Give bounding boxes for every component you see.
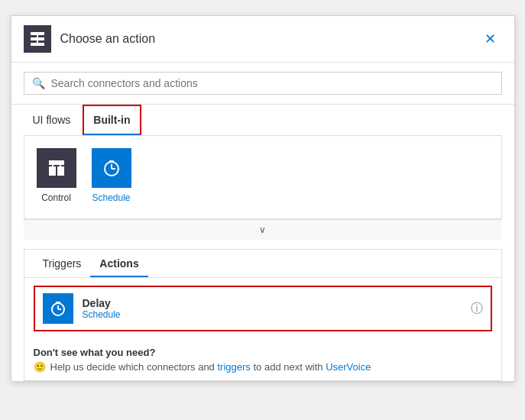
tabs-row: UI flows Built-in <box>11 105 514 135</box>
tab-built-in[interactable]: Built-in <box>83 105 141 135</box>
header-left: Choose an action <box>24 25 156 53</box>
tab-actions[interactable]: Actions <box>90 250 147 277</box>
svg-rect-1 <box>31 37 44 40</box>
connector-control[interactable]: Control <box>37 148 76 203</box>
svg-rect-2 <box>31 43 44 46</box>
search-bar: 🔍 <box>11 63 514 105</box>
uservoice-link[interactable]: UserVoice <box>326 361 371 373</box>
action-list: Delay Schedule ⓘ <box>24 278 501 339</box>
schedule-icon <box>101 157 122 179</box>
svg-rect-17 <box>56 302 60 304</box>
tab-triggers[interactable]: Triggers <box>34 250 91 277</box>
triggers-link[interactable]: triggers <box>217 361 250 373</box>
panel-title: Choose an action <box>60 32 156 46</box>
delay-icon <box>49 299 67 318</box>
svg-rect-7 <box>57 166 64 176</box>
svg-rect-13 <box>109 160 114 163</box>
control-label: Control <box>41 192 71 203</box>
panel-header: Choose an action ✕ <box>11 16 514 63</box>
action-item-delay[interactable]: Delay Schedule ⓘ <box>34 286 492 331</box>
close-button[interactable]: ✕ <box>478 27 502 50</box>
workflow-icon <box>29 31 46 47</box>
info-icon[interactable]: ⓘ <box>471 301 483 317</box>
header-icon <box>24 25 51 53</box>
action-sub: Schedule <box>83 309 121 320</box>
action-text: Delay Schedule <box>83 297 121 320</box>
action-icon-box <box>43 293 73 324</box>
control-icon <box>46 157 67 179</box>
svg-rect-5 <box>49 160 64 165</box>
search-input-wrap[interactable]: 🔍 <box>24 72 502 95</box>
bottom-tabs-row: Triggers Actions <box>24 250 501 278</box>
bottom-section: Triggers Actions Delay Schedule ⓘ <box>24 249 502 381</box>
control-icon-box <box>37 148 76 188</box>
smiley-icon: 🙂 <box>34 361 46 373</box>
collapse-bar[interactable]: ∨ <box>24 219 502 240</box>
chevron-down-icon: ∨ <box>259 225 266 235</box>
choose-action-panel: Choose an action ✕ 🔍 UI flows Built-in <box>11 15 515 382</box>
connector-grid: Control Schedule <box>37 148 489 203</box>
svg-rect-6 <box>49 166 56 176</box>
search-icon: 🔍 <box>32 77 45 89</box>
connector-area: Control Schedule <box>24 135 502 219</box>
schedule-icon-box <box>92 148 131 188</box>
dont-see-section: Don't see what you need? 🙂 Help us decid… <box>24 339 501 380</box>
action-name: Delay <box>83 297 121 309</box>
connector-schedule[interactable]: Schedule <box>92 148 131 203</box>
dont-see-heading: Don't see what you need? <box>34 347 492 358</box>
svg-rect-0 <box>31 32 44 35</box>
schedule-label: Schedule <box>92 192 130 203</box>
dont-see-row: 🙂 Help us decide which connectors and tr… <box>34 361 492 373</box>
dont-see-text: Help us decide which connectors and trig… <box>50 361 371 373</box>
search-input[interactable] <box>51 77 494 89</box>
tab-ui-flows[interactable]: UI flows <box>24 106 80 134</box>
